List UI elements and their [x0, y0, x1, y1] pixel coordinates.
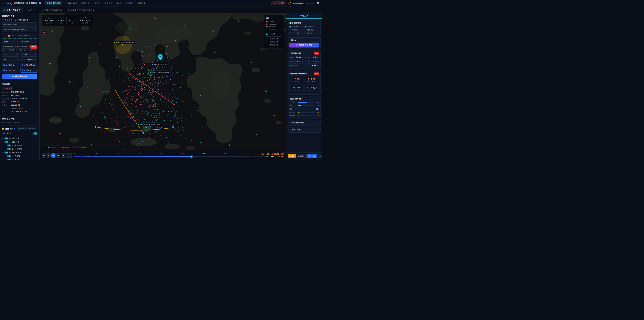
spill-type-select[interactable]: 연속▾ — [2, 52, 19, 57]
run-prediction-button[interactable]: 확산예측 실행 — [2, 74, 38, 79]
layer-row[interactable]: ▸ ▦ 사회경제 — [2, 147, 38, 151]
display-option[interactable]: 시간 표시 — [289, 32, 304, 34]
incident-section-header[interactable]: 사고정보 ▾ — [2, 83, 38, 85]
latitude-input[interactable] — [2, 45, 16, 49]
analysis-summary-tab[interactable]: 분석 요약 — [286, 13, 322, 19]
checkbox[interactable] — [304, 32, 306, 34]
checkbox[interactable] — [289, 26, 291, 28]
bell-icon[interactable] — [288, 2, 291, 5]
expand-caret-icon[interactable]: ▸ — [5, 159, 6, 160]
menu-icon[interactable] — [316, 2, 320, 5]
timeline-tick[interactable]: 6h — [96, 152, 98, 154]
pause-button[interactable]: ▮▮ — [51, 153, 56, 158]
skip-start-button[interactable]: ▮◀ — [42, 153, 46, 158]
company-select[interactable]: 유출회사▾ — [2, 40, 19, 44]
map-canvas[interactable]: 여수시 화양면 돌산읍 ⚑ 여자만 습지보호구역 (6h) ☂ 웅천 해수욕장 … — [40, 13, 286, 151]
map-marker-label[interactable]: ◆ 화태도 감성돔 양식장 (10h) — [137, 123, 161, 126]
nav-item[interactable]: 기상정보 — [124, 1, 136, 5]
model-checkbox[interactable]: 앙상블 — [20, 68, 38, 73]
owner-insurance-card[interactable]: ⌂ 선주 / 보험 ▸ — [288, 127, 321, 133]
timeline-tick[interactable]: 0h — [74, 152, 76, 154]
amount-input[interactable] — [2, 58, 14, 62]
layer-toggle[interactable] — [4, 137, 8, 139]
checkbox[interactable] — [289, 29, 291, 31]
ship-spec-card[interactable]: ⚓ 사고 선박 제원 ▸ — [288, 120, 321, 126]
display-option[interactable]: 유향/유속 — [289, 26, 304, 28]
map-marker-label[interactable]: ☂ 웅천 해수욕장 (1h) — [150, 63, 169, 67]
predict-button[interactable]: ◎ 예측 — [318, 154, 322, 158]
master-layer-toggle[interactable] — [33, 132, 38, 135]
checkbox[interactable] — [304, 29, 306, 31]
expand-caret-icon[interactable]: ▸ — [5, 155, 6, 157]
panel-cards[interactable]: 표시 정보 제어 유향/유속 풍향/풍속 — [286, 19, 322, 152]
model-checkbox[interactable]: OpenDrift — [2, 68, 19, 73]
layer-row[interactable]: ▸ • 해안선 — [2, 158, 38, 160]
tab[interactable]: ☰ 분석 목록 — [23, 7, 40, 13]
incident-select[interactable]: 여수 유조선 충돌 (INC-0042)▾ — [2, 28, 38, 32]
nav-item[interactable]: 보고자료 — [91, 1, 102, 5]
predict-section-header[interactable]: 예측정보 입력 ▾ — [2, 15, 38, 18]
timeline-event-marker[interactable] — [96, 156, 96, 157]
unit-select[interactable]: kL▾ — [15, 58, 25, 62]
all-layers-off-button[interactable]: 전체 끄기 — [28, 127, 36, 130]
polygon-analysis-button[interactable]: 다각형 분석수행 — [289, 43, 319, 48]
tab[interactable]: ⓘ 유출유확산모델 이론 — [40, 7, 65, 13]
layer-row[interactable]: ▸ ✿ 환경생태 — [2, 144, 38, 147]
expand-caret-icon[interactable]: ▸ — [5, 148, 6, 150]
sensitive-section-header[interactable]: 영향 민감자원 ▾ — [2, 117, 38, 120]
step-back-button[interactable]: ◀ — [46, 153, 51, 158]
timeline-tick[interactable]: 60h — [224, 152, 227, 154]
timeline-tick[interactable]: 36h — [181, 152, 184, 154]
recalculate-button[interactable]: ↻ 재계산 — [297, 154, 306, 158]
logout-link[interactable]: 로그아웃 — [307, 2, 314, 5]
timeline-event-marker[interactable] — [81, 156, 82, 157]
timeline-track[interactable]: 0h 6h 12h 18h 24h 36h 48h 60h — [74, 151, 252, 160]
map-marker-label[interactable]: ◆ 가막만 전복 양식장 (3h) — [149, 71, 170, 74]
layer-toggle[interactable] — [7, 144, 11, 147]
layer-toggle[interactable] — [7, 148, 11, 150]
incident-status-badge[interactable]: 사고 진행중 — [271, 2, 286, 5]
timeline-tick[interactable]: 72h — [246, 152, 248, 154]
timeline-tick[interactable]: 24h — [160, 152, 162, 154]
layers-section-header[interactable]: 정보 레이어 전체 켜기 전체 끄기 ▾ — [2, 127, 38, 130]
timeline-event-marker[interactable] — [88, 156, 90, 157]
skip-end-button[interactable]: ▶▮ — [61, 153, 65, 158]
checkbox[interactable] — [304, 26, 306, 28]
radio-direct-input[interactable]: 직접 입력 — [2, 19, 12, 21]
image-file-picker[interactable]: 이미지 파일을 선택하세요 — [2, 33, 38, 39]
nav-item[interactable]: HNS·대기확산 — [63, 1, 79, 5]
nav-item[interactable]: 통합조회 — [136, 1, 148, 5]
expected-time-select[interactable]: 예상시각▾ — [20, 40, 38, 44]
layer-toggle[interactable] — [4, 141, 8, 143]
layer-toggle[interactable] — [4, 152, 8, 154]
expand-caret-icon[interactable]: ▾ — [2, 152, 3, 153]
timeline-tick[interactable]: 18h — [138, 152, 141, 154]
display-option[interactable]: 날씨정보 — [304, 32, 319, 34]
nav-item[interactable]: 유출유 확산예측 — [45, 1, 62, 5]
expand-caret-icon[interactable]: ▸ — [2, 138, 3, 139]
tab[interactable]: ⓘ 오일펜스 배치 알고리즘 이론 — [65, 7, 97, 13]
nav-item[interactable]: 게시판 — [114, 1, 124, 5]
timeline-tick[interactable]: 12h — [117, 152, 120, 154]
left-sidebar[interactable]: 예측정보 입력 ▾ 직접 입력 이미지 업로드 여수 유조선 충돌 (INC-0… — [0, 13, 40, 160]
nav-item[interactable]: 항공탐색 — [103, 1, 114, 5]
model-checkbox[interactable]: POSEIDON — [20, 63, 38, 67]
speed-select[interactable]: 1x▾ — [66, 153, 72, 158]
model-checkbox[interactable]: KOSPS — [2, 63, 19, 67]
radio-image-upload[interactable]: 이미지 업로드 — [14, 19, 28, 21]
layer-toggle[interactable] — [7, 155, 11, 157]
longitude-input[interactable] — [16, 45, 30, 49]
layer-row[interactable]: ▸ • 계절별 — [2, 154, 38, 158]
timeline-handle[interactable] — [191, 156, 192, 158]
accident-location-pin[interactable] — [158, 54, 162, 61]
tab[interactable]: ◉ 유출유 확산분석 — [1, 7, 23, 13]
layer-row[interactable]: ▸ ◈ 어장정보 17,129 — [2, 137, 38, 140]
expand-caret-icon[interactable]: ▾ — [2, 141, 3, 143]
report-button[interactable]: 보고서 — [308, 154, 317, 158]
duration-select[interactable]: 48시간▾ — [26, 58, 38, 62]
map-pick-button[interactable]: 지도 — [30, 45, 38, 49]
timeline-slider[interactable] — [74, 156, 252, 157]
map-tool-button[interactable] — [42, 31, 46, 35]
display-option[interactable]: 민감자원 — [304, 29, 319, 31]
oil-type-select[interactable]: 벙커유▾ — [20, 52, 38, 57]
